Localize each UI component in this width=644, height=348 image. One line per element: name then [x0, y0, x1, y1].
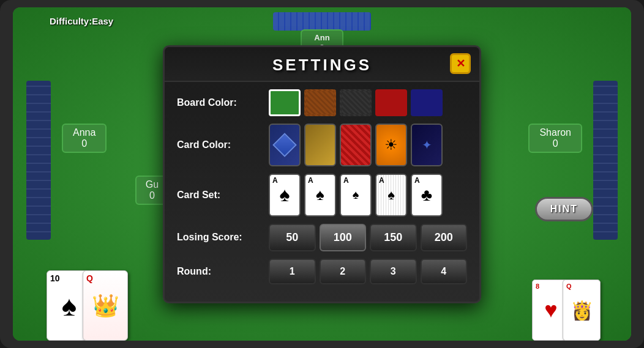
- spade-icon: ♠: [388, 187, 395, 203]
- card-color-blue[interactable]: [269, 124, 301, 166]
- score-150[interactable]: 150: [370, 224, 417, 251]
- rank-label: A: [272, 176, 278, 185]
- color-swatch-dark[interactable]: [340, 89, 372, 116]
- settings-modal: SETTINGS ✕ Board Color:: [163, 45, 481, 303]
- card-color-navy[interactable]: ✦: [411, 124, 443, 166]
- losing-score-label: Losing Score:: [177, 232, 269, 243]
- diamond-shape: [272, 133, 297, 157]
- round-options: 1 2 3 4: [269, 259, 467, 284]
- spade-icon: ♠: [353, 188, 359, 202]
- modal-body: Board Color: Card Color:: [165, 82, 479, 302]
- card-color-options: ☀ ✦: [269, 124, 467, 166]
- round-2[interactable]: 2: [320, 259, 367, 284]
- card-set-options: A ♠ A ♠ A ♠: [269, 174, 467, 217]
- card-set-2[interactable]: A ♠: [304, 174, 336, 217]
- board-color-row: Board Color:: [177, 89, 467, 116]
- card-color-row: Card Color: ☀: [177, 124, 467, 166]
- rank-label: A: [308, 176, 313, 185]
- modal-title: SETTINGS: [177, 56, 467, 75]
- losing-score-options: 50 100 150 200: [269, 224, 467, 251]
- score-100[interactable]: 100: [320, 224, 367, 251]
- spade-icon: ♠: [280, 183, 290, 206]
- rank-label: A: [414, 176, 420, 185]
- card-color-label: Card Color:: [177, 139, 269, 150]
- color-swatch-brown[interactable]: [304, 89, 336, 116]
- round-4[interactable]: 4: [421, 259, 468, 284]
- rank-label: A: [343, 176, 349, 185]
- modal-header: SETTINGS ✕: [165, 47, 479, 82]
- card-color-red[interactable]: [340, 124, 372, 166]
- card-set-5[interactable]: A ♣: [411, 174, 443, 217]
- color-swatch-green[interactable]: [269, 89, 301, 116]
- color-swatch-red[interactable]: [375, 89, 407, 116]
- score-200[interactable]: 200: [421, 224, 468, 251]
- close-button[interactable]: ✕: [450, 53, 471, 74]
- round-1[interactable]: 1: [269, 259, 316, 284]
- card-set-4[interactable]: A ♠: [375, 174, 407, 217]
- round-3[interactable]: 3: [370, 259, 417, 284]
- club-icon: ♣: [421, 185, 432, 205]
- losing-score-row: Losing Score: 50 100 150 200: [177, 224, 467, 251]
- card-set-1[interactable]: A ♠: [269, 174, 301, 217]
- card-set-3[interactable]: A ♠: [340, 174, 372, 217]
- card-set-label: Card Set:: [177, 190, 269, 201]
- round-label: Round:: [177, 266, 269, 277]
- sun-icon: ☀: [384, 136, 398, 154]
- score-50[interactable]: 50: [269, 224, 316, 251]
- modal-overlay: SETTINGS ✕ Board Color:: [13, 7, 631, 341]
- spade-icon: ♠: [316, 185, 324, 204]
- card-color-orange[interactable]: ☀: [375, 124, 407, 166]
- game-background: Difficulty:Easy Ann 0 Anna 0 Sharon 0 Gu…: [13, 7, 631, 341]
- board-color-label: Board Color:: [177, 97, 269, 108]
- round-row: Round: 1 2 3 4: [177, 259, 467, 284]
- board-color-options: [269, 89, 467, 116]
- device-frame: Difficulty:Easy Ann 0 Anna 0 Sharon 0 Gu…: [0, 0, 644, 348]
- rank-label: A: [379, 176, 384, 185]
- color-swatch-navy[interactable]: [411, 89, 443, 116]
- card-color-gold[interactable]: [304, 124, 336, 166]
- star-icon: ✦: [422, 138, 432, 152]
- card-set-row: Card Set: A ♠ A ♠: [177, 174, 467, 217]
